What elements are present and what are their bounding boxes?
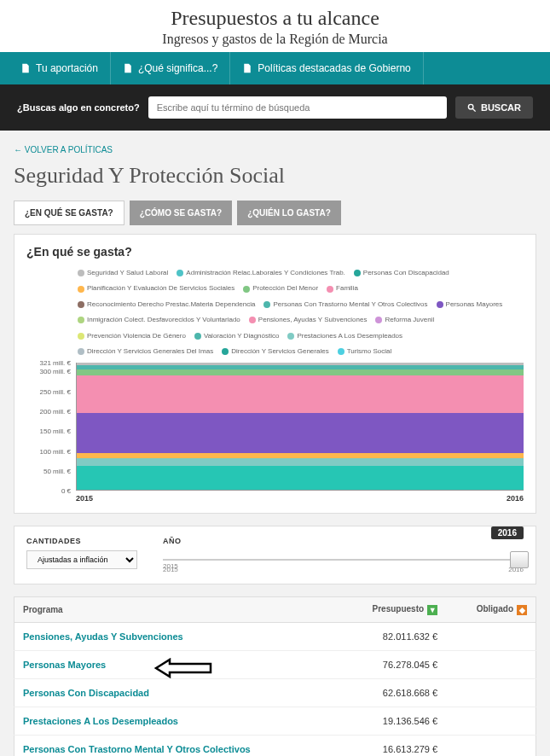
legend-item[interactable]: Personas Con Trastorno Mental Y Otros Co… [263,299,427,311]
year-badge: 2016 [491,526,524,539]
y-tick: 50 mill. € [26,468,71,475]
legend-dot [194,333,201,340]
chart-plot-area [76,363,524,491]
legend-label: Reconocimiento Derecho Prestac.Materia D… [87,299,255,311]
legend-label: Familia [336,282,358,294]
sort-down-icon: ▼ [427,605,437,615]
ano-label: AÑO [163,537,524,545]
legend-label: Seguridad Y Salud Laboral [87,267,168,279]
slider-knob[interactable] [510,551,529,568]
presupuesto-value: 62.618.668 € [338,678,446,707]
legend-item[interactable]: Inmigración Colect. Desfavorecidos Y Vol… [78,314,240,326]
tab-en-que[interactable]: ¿EN QUÉ SE GASTA? [14,201,124,225]
legend-item[interactable]: Familia [327,282,358,294]
legend-label: Planificación Y Evaluación De Servicios … [87,282,234,294]
legend-item[interactable]: Protección Del Menor [243,282,318,294]
programa-name[interactable]: Personas Con Discapacidad [14,678,338,707]
legend-item[interactable]: Prestaciones A Los Desempleados [287,330,402,342]
slider-tick: 2015 [163,562,178,570]
legend-label: Reforma Juvenil [385,314,434,326]
year-slider-track[interactable] [163,559,524,561]
legend-item[interactable]: Seguridad Y Salud Laboral [78,267,168,279]
legend-label: Inmigración Colect. Desfavorecidos Y Vol… [87,314,240,326]
y-tick: 300 mill. € [26,368,71,375]
legend-item[interactable]: Turismo Social [338,346,392,358]
legend-item[interactable]: Reforma Juvenil [375,314,434,326]
table-row[interactable]: Personas Con Discapacidad62.618.668 € [14,678,536,707]
x-tick: 2015 [76,494,93,503]
legend-item[interactable]: Personas Mayores [437,299,503,311]
legend-label: Turismo Social [347,346,392,358]
legend-label: Pensiones, Ayudas Y Subvenciones [258,314,368,326]
cantidades-select[interactable]: Ajustadas a inflación [26,550,137,569]
year-control: AÑO 2016 2015 2015 2016 [163,537,524,573]
legend-dot [338,348,344,355]
legend-label: Prestaciones A Los Desempleados [297,330,402,342]
legend-item[interactable]: Dirección Y Servicios Generales Del Imas [78,346,213,358]
table-row[interactable]: Pensiones, Ayudas Y Subvenciones82.011.6… [14,622,536,650]
chart-panel: ¿En qué se gasta? Seguridad Y Salud Labo… [14,234,536,514]
obligado-value [446,735,536,756]
legend-label: Personas Mayores [446,299,503,311]
document-icon [123,63,133,73]
legend-label: Personas Con Trastorno Mental Y Otros Co… [273,299,427,311]
legend-item[interactable]: Planificación Y Evaluación De Servicios … [78,282,234,294]
programa-name[interactable]: Pensiones, Ayudas Y Subvenciones [14,622,338,650]
obligado-value [446,622,536,650]
legend-item[interactable]: Dirección Y Servicios Generales [222,346,328,358]
site-title: Presupuestos a tu alcance [0,7,550,30]
legend-item[interactable]: Personas Con Discapacidad [354,267,449,279]
page-title: Seguridad Y Protección Social [14,163,536,189]
legend-dot [78,301,84,308]
controls-panel: CANTIDADES Ajustadas a inflación AÑO 201… [14,526,536,584]
legend-item[interactable]: Pensiones, Ayudas Y Subvenciones [249,314,368,326]
chart-band [77,365,524,369]
nav-politicas[interactable]: Políticas destacadas de Gobierno [230,52,423,84]
document-icon [242,63,252,73]
legend-dot [177,270,183,276]
table-row[interactable]: Prestaciones A Los Desempleados19.136.54… [14,707,536,735]
obligado-value [446,707,536,735]
legend-item[interactable]: Reconocimiento Derecho Prestac.Materia D… [78,299,255,311]
search-label: ¿Buscas algo en concreto? [17,102,140,113]
x-tick: 2016 [507,494,524,503]
obligado-value [446,678,536,707]
legend-item[interactable]: Administración Relac.Laborales Y Condici… [177,267,344,279]
back-link[interactable]: ← VOLVER A POLÍTICAS [14,145,113,154]
y-tick: 0 € [26,487,71,495]
nav-aportacion[interactable]: Tu aportación [9,52,111,84]
y-tick: 100 mill. € [26,448,71,456]
programa-name[interactable]: Personas Mayores [14,650,338,678]
programa-name[interactable]: Prestaciones A Los Desempleados [14,707,338,735]
legend-item[interactable]: Prevención Violencia De Género [78,330,186,342]
legend-dot [375,317,382,323]
chart-band [77,466,524,491]
legend-dot [78,348,84,355]
table-row[interactable]: Personas Mayores76.278.045 € [14,650,536,678]
table-row[interactable]: Personas Con Trastorno Mental Y Otros Co… [14,735,536,756]
chart-band [77,369,524,375]
search-bar: ¿Buscas algo en concreto? BUSCAR [0,84,550,131]
site-subtitle: Ingresos y gastos de la Región de Murcia [0,32,550,47]
search-input[interactable] [148,96,447,119]
chart-band [77,458,524,466]
nav-significa[interactable]: ¿Qué significa...? [111,52,230,84]
page-header: Presupuestos a tu alcance Ingresos y gas… [0,0,550,52]
legend-label: Dirección Y Servicios Generales Del Imas [87,346,213,358]
tab-quien[interactable]: ¿QUIÉN LO GASTA? [237,201,341,225]
tab-como[interactable]: ¿CÓMO SE GASTA? [130,201,232,225]
y-tick: 321 mill. € [26,359,71,367]
legend-item[interactable]: Valoración Y Diagnóstico [194,330,280,342]
legend-label: Protección Del Menor [252,282,318,294]
svg-point-0 [468,104,473,109]
legend-label: Valoración Y Diagnóstico [204,330,280,342]
chart-band [77,413,524,453]
document-icon [20,63,31,73]
th-presupuesto[interactable]: Presupuesto▼ [338,597,446,622]
cantidades-control: CANTIDADES Ajustadas a inflación [26,537,137,573]
tabs: ¿EN QUÉ SE GASTA? ¿CÓMO SE GASTA? ¿QUIÉN… [14,201,536,225]
search-button[interactable]: BUSCAR [455,96,533,119]
programa-name[interactable]: Personas Con Trastorno Mental Y Otros Co… [14,735,338,756]
th-programa[interactable]: Programa [14,597,338,622]
th-obligado[interactable]: Obligado◆ [446,597,536,622]
